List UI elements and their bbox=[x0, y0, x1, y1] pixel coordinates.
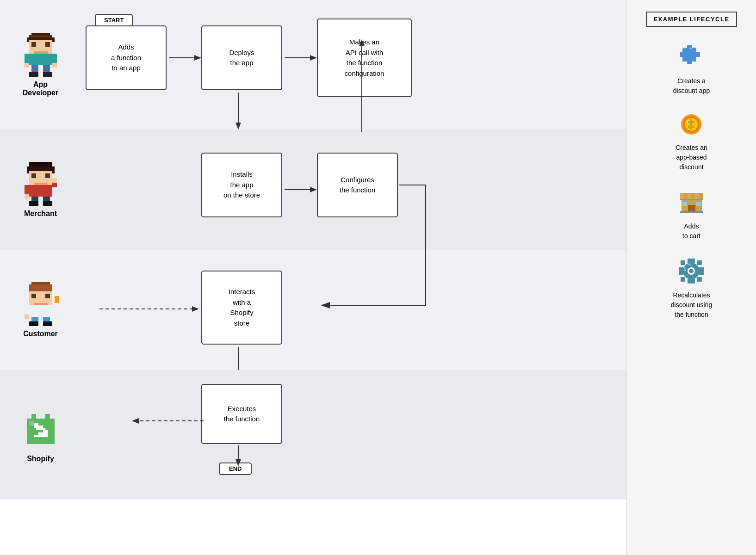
box-executes: Executes the function bbox=[201, 384, 282, 444]
svg-rect-49 bbox=[25, 305, 29, 314]
svg-rect-47 bbox=[29, 305, 52, 317]
svg-rect-106 bbox=[688, 259, 695, 263]
actor-merchant-label: Merchant bbox=[24, 210, 57, 218]
svg-rect-35 bbox=[29, 201, 38, 206]
arrow-customer-dashed bbox=[99, 304, 199, 314]
puzzle-icon bbox=[678, 43, 706, 73]
svg-rect-29 bbox=[25, 185, 29, 194]
svg-rect-90 bbox=[690, 119, 692, 130]
customer-icon bbox=[22, 282, 59, 326]
svg-rect-27 bbox=[34, 183, 48, 185]
svg-marker-40 bbox=[359, 39, 365, 46]
svg-rect-85 bbox=[689, 48, 692, 49]
svg-rect-51 bbox=[25, 314, 29, 319]
svg-rect-104 bbox=[696, 202, 701, 206]
svg-rect-109 bbox=[699, 267, 704, 275]
svg-rect-68 bbox=[43, 423, 48, 428]
svg-rect-64 bbox=[34, 423, 38, 428]
svg-rect-117 bbox=[688, 264, 691, 265]
coin-icon-svg bbox=[679, 112, 704, 137]
svg-rect-107 bbox=[688, 279, 695, 284]
svg-rect-7 bbox=[29, 54, 52, 65]
svg-rect-98 bbox=[695, 193, 699, 200]
svg-rect-110 bbox=[681, 260, 685, 265]
svg-rect-69 bbox=[29, 421, 34, 426]
gear-icon-svg bbox=[677, 257, 705, 285]
svg-rect-44 bbox=[31, 294, 36, 298]
actor-customer: Customer bbox=[0, 275, 81, 345]
svg-rect-10 bbox=[25, 63, 29, 68]
arrow-deploys-down bbox=[234, 92, 243, 130]
box-adds-function: Adds a function to an app bbox=[86, 25, 167, 90]
coin-icon bbox=[679, 112, 704, 139]
svg-rect-67 bbox=[34, 430, 38, 435]
svg-rect-6 bbox=[34, 51, 48, 54]
svg-rect-31 bbox=[25, 194, 29, 199]
svg-rect-28 bbox=[29, 185, 52, 197]
svg-marker-21 bbox=[235, 123, 241, 130]
actor-merchant: Merchant bbox=[0, 155, 81, 225]
gear-icon bbox=[677, 257, 705, 287]
svg-rect-4 bbox=[31, 42, 36, 47]
actor-developer: App Developer bbox=[0, 26, 81, 104]
store-icon-svg bbox=[678, 188, 706, 216]
svg-marker-17 bbox=[194, 55, 201, 61]
box-interacts: Interacts with a Shopify store bbox=[201, 271, 282, 345]
svg-rect-55 bbox=[43, 321, 52, 326]
svg-rect-9 bbox=[52, 54, 57, 63]
sidebar-item-cart: Adds to cart bbox=[678, 188, 706, 241]
merchant-icon bbox=[22, 162, 59, 206]
row-shopify: Shopify Executes the function END bbox=[0, 370, 626, 500]
svg-marker-57 bbox=[192, 306, 199, 312]
sidebar-title: EXAMPLE LIFECYCLE bbox=[646, 12, 737, 27]
developer-icon bbox=[22, 33, 59, 77]
svg-rect-94 bbox=[680, 193, 684, 200]
start-label: START bbox=[95, 14, 133, 26]
svg-rect-108 bbox=[679, 267, 683, 275]
sidebar-label-discount-app: Creates a discount app bbox=[673, 76, 710, 96]
sidebar: EXAMPLE LIFECYCLE bbox=[626, 0, 756, 555]
box-installs: Installs the app on the store bbox=[201, 153, 282, 217]
sidebar-label-app-discount: Creates an app-based discount bbox=[675, 143, 707, 172]
svg-rect-103 bbox=[682, 202, 687, 206]
svg-rect-46 bbox=[34, 303, 48, 305]
arrow-adds-to-deploys bbox=[169, 53, 201, 62]
svg-rect-50 bbox=[55, 296, 59, 303]
arrow-installs-down bbox=[234, 220, 243, 252]
svg-rect-118 bbox=[684, 267, 686, 271]
actor-shopify: Shopify bbox=[0, 400, 81, 470]
svg-rect-36 bbox=[43, 201, 52, 206]
svg-rect-82 bbox=[687, 60, 692, 64]
shopify-icon bbox=[22, 407, 59, 451]
actor-developer-label: App Developer bbox=[23, 80, 58, 97]
actor-shopify-label: Shopify bbox=[27, 455, 54, 463]
sidebar-item-discount-app: Creates a discount app bbox=[673, 43, 710, 96]
svg-rect-11 bbox=[52, 63, 57, 68]
box-deploys: Deploys the app bbox=[201, 25, 282, 90]
svg-rect-96 bbox=[688, 193, 691, 200]
svg-rect-91 bbox=[688, 121, 694, 123]
svg-rect-32 bbox=[52, 178, 57, 183]
row-customer: Customer Interacts with a Shopify store bbox=[0, 250, 626, 370]
arrow-deploys-to-api bbox=[285, 53, 317, 62]
svg-rect-113 bbox=[697, 277, 702, 282]
sidebar-item-recalculates: Recalculates discount using the function bbox=[671, 257, 713, 320]
arrow-installs-to-configures bbox=[285, 185, 317, 194]
svg-rect-100 bbox=[680, 199, 703, 200]
sidebar-label-recalculates: Recalculates discount using the function bbox=[671, 290, 713, 320]
row-developer: App Developer START Adds a function to a… bbox=[0, 0, 626, 130]
svg-rect-84 bbox=[682, 48, 685, 49]
svg-rect-102 bbox=[688, 205, 695, 212]
sidebar-item-app-discount: Creates an app-based discount bbox=[675, 112, 707, 172]
svg-rect-5 bbox=[45, 42, 50, 47]
svg-rect-62 bbox=[45, 414, 50, 423]
svg-rect-83 bbox=[680, 52, 684, 57]
svg-marker-19 bbox=[310, 55, 317, 61]
svg-rect-112 bbox=[681, 277, 685, 282]
svg-point-116 bbox=[689, 269, 694, 273]
svg-marker-73 bbox=[235, 459, 241, 466]
svg-rect-54 bbox=[29, 321, 38, 326]
svg-rect-99 bbox=[699, 193, 703, 200]
arrow-executes-to-end bbox=[234, 445, 243, 466]
row-merchant: Merchant Installs the app on the store C… bbox=[0, 130, 626, 250]
